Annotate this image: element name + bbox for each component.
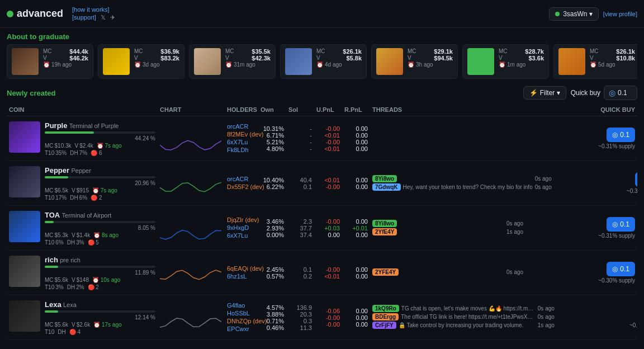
thread-tag[interactable]: 8Yi8wo [372, 175, 397, 182]
rpnl-value: 0.00 [344, 218, 368, 225]
grad-mc-row: MC $44.4k [43, 48, 88, 55]
clock-icon: ⏰ [499, 62, 505, 68]
filter-button[interactable]: ⚡ Filter ▾ [523, 86, 566, 100]
graduate-card[interactable]: MC $26.1k V $5.8k ⏰ 4d ago [280, 44, 367, 79]
holders-cell: G4flaoHoSSbLDNhZQp (dev)EPCwxr [225, 302, 258, 333]
header-right: 3sasWn ▾ [view profile] [549, 7, 637, 21]
progress-pct: 44.24 % [45, 135, 155, 142]
coin-name-row: Lexa Lexa [45, 300, 155, 309]
sol-value: 37.4 [288, 232, 312, 238]
coin-cell: Lexa Lexa 12.14 % MC $5.6k V $2.6k ⏰ 17s… [7, 298, 158, 337]
sol-value: 2.3 [288, 218, 312, 225]
meta-time: ⏰ 8s ago [93, 232, 119, 238]
coin-name[interactable]: Pepper [45, 166, 69, 174]
graduate-card[interactable]: MC $26.1k V $10.8k ⏰ 5d ago [553, 44, 637, 79]
thread-tag[interactable]: 2YFE4Y [372, 268, 399, 276]
quick-buy-cell: ◎ 0.1 ~0.31% supply [570, 128, 637, 149]
upnl-value: -0.00 [316, 314, 340, 321]
quick-buy-button[interactable]: ◎ 0.1 [607, 217, 635, 232]
rpnl-value: 0.00 [344, 308, 368, 314]
meta-mc: MC $5.3k [45, 232, 68, 238]
rpnl-cell: 0.00+0.010.00 [342, 218, 370, 238]
mc-value: $44.4k [69, 48, 88, 55]
coin-image[interactable] [9, 166, 40, 197]
coin-table: COIN CHART HOLDERS Own Sol U.PnL R.PnL T… [7, 103, 637, 340]
quick-buy-button[interactable]: ◎ 0.1 [607, 128, 635, 142]
progress-fill [45, 131, 94, 134]
grad-card-info: MC $29.1k V $94.5k ⏰ 3h ago [408, 48, 453, 68]
thread-tag[interactable]: BDErgg [372, 313, 399, 320]
coin-image[interactable] [9, 300, 40, 332]
coin-name[interactable]: Lexa [45, 300, 61, 309]
qbuy-amount: 0.1 [620, 220, 629, 228]
upnl-cell: -0.06-0.00-0.00 [314, 308, 342, 328]
upnl-value: -0.00 [316, 183, 340, 190]
telegram-link[interactable]: ✈ [110, 14, 115, 21]
chart-cell [158, 125, 225, 153]
th-own: Own [258, 105, 286, 114]
coin-image[interactable] [9, 256, 40, 287]
quick-buy-button[interactable]: ◎ 0.1 [607, 262, 635, 276]
upnl-value: -0.00 [316, 139, 340, 145]
logo-dot [7, 11, 13, 17]
graduate-card[interactable]: MC $44.4k V $46.2k ⏰ 19h ago [7, 44, 93, 79]
view-profile-link[interactable]: [view profile] [603, 11, 637, 17]
quick-buy-button[interactable]: ◎ 0.1 [635, 172, 637, 187]
graduate-card[interactable]: MC $29.1k V $94.5k ⏰ 3h ago [371, 44, 458, 79]
chart-cell [158, 304, 225, 332]
own-value: 3.88% [261, 311, 284, 318]
user-badge[interactable]: 3sasWn ▾ [549, 7, 599, 21]
twitter-link[interactable]: 𝕏 [101, 14, 106, 21]
holder-row: DNhZQp (dev) [227, 318, 256, 324]
graduate-card[interactable]: MC $36.9k V $83.2k ⏰ 3d ago [98, 44, 184, 79]
coin-name[interactable]: TOA [45, 211, 60, 219]
meta-t10: T10 [45, 329, 54, 335]
own-value: 10.31% [261, 125, 284, 132]
own-value: 2.45% [261, 266, 284, 273]
coin-image[interactable] [9, 121, 40, 153]
progress-fill [45, 221, 54, 223]
thread-tag[interactable]: 7GdwqK [372, 183, 401, 191]
graduate-card[interactable]: MC $28.7k V $3.6k ⏰ 1m ago [462, 44, 549, 79]
thread-row: 2YFE4Y 0s ago [372, 268, 523, 276]
sol-input[interactable]: ◎ 0.1 [604, 86, 637, 100]
coin-sub: Pepper [71, 167, 91, 174]
thread-row: BDErgg The official TG link is here! htt… [372, 313, 555, 320]
coin-name[interactable]: Purple [45, 121, 67, 130]
own-cell: 10.40%6.22% [258, 177, 286, 190]
thread-tag[interactable]: 2YfE4Y [372, 228, 397, 235]
sol-cell: 0.10.2 [286, 266, 314, 280]
thread-tag[interactable]: CrFjFY [372, 322, 396, 329]
sol-icon-qb: ◎ [612, 131, 618, 139]
th-coin: COIN [7, 105, 158, 114]
holders-cell: 6qEAQi (dev)6hz1sL [225, 265, 258, 281]
mc-label: MC [499, 48, 508, 55]
grad-mc-row: MC $35.5k [225, 48, 271, 55]
rpnl-value: +0.01 [344, 225, 368, 232]
grad-card-info: MC $44.4k V $46.2k ⏰ 19h ago [43, 48, 88, 68]
meta-time: ⏰ 7s ago [92, 187, 117, 194]
meta-dh: DH 2% [67, 284, 84, 290]
clock-icon: ⏰ [316, 62, 323, 68]
coin-name[interactable]: rich [45, 256, 58, 264]
rpnl-cell: 0.000.000.000.00 [342, 125, 370, 152]
rpnl-value: 0.00 [344, 266, 368, 273]
table-header: COIN CHART HOLDERS Own Sol U.PnL R.PnL T… [7, 103, 637, 116]
progress-fill [45, 176, 68, 178]
upnl-value: <0.01 [316, 145, 340, 152]
support-link[interactable]: [support] [72, 14, 96, 21]
progress-bar [45, 221, 155, 223]
sol-value: 11.3 [288, 324, 312, 331]
rpnl-value: 0.00 [344, 183, 368, 190]
coin-sub: Terminal of Purple [69, 122, 119, 129]
grad-time: ⏰ 19h ago [43, 62, 88, 68]
coin-image[interactable] [9, 211, 40, 242]
thread-tag[interactable]: 8Yi8wo [372, 220, 397, 227]
header: advanced [how it works] [support] 𝕏 ✈ 3s… [0, 0, 644, 28]
graduate-card[interactable]: MC $35.5k V $42.3k ⏰ 31m ago [189, 44, 276, 79]
how-it-works-link[interactable]: [how it works] [72, 6, 110, 13]
thread-tag[interactable]: 1kQ9Ro [372, 305, 399, 312]
thread-row: 2YfE4Y 1s ago [372, 228, 523, 235]
mc-value: $26.1k [616, 48, 635, 55]
coin-meta: MC $5.3k V $1.4k ⏰ 8s ago [45, 232, 155, 238]
